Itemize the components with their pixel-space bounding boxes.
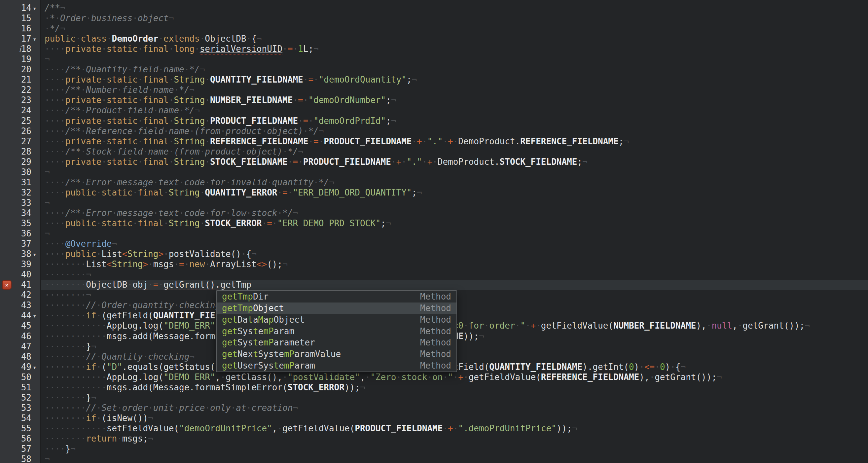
line-number[interactable]: 30: [21, 167, 31, 177]
code-line[interactable]: ········//·Set·order·unit·price·only·at·…: [0, 403, 868, 413]
code-line[interactable]: ····/**·Product·field·name·*/¬: [0, 105, 868, 116]
line-number[interactable]: 44: [21, 310, 31, 321]
code-area[interactable]: /**¬·*·Order·business·object¬·*/¬public·…: [0, 3, 868, 463]
code-line[interactable]: ¬: [0, 228, 868, 239]
code-line[interactable]: ········¬: [0, 270, 868, 280]
code-line[interactable]: ····/**·Stock·field·name·(from·product·o…: [0, 147, 868, 157]
line-number[interactable]: 20: [21, 64, 31, 74]
line-number[interactable]: 32: [21, 188, 31, 198]
code-line[interactable]: /**¬: [0, 3, 868, 13]
code-line[interactable]: public·class·DemoOrder·extends·ObjectDB·…: [0, 34, 868, 44]
code-line[interactable]: ····private·static·final·String·QUANTITY…: [0, 74, 868, 85]
line-number[interactable]: 54: [21, 413, 31, 423]
line-number[interactable]: 17: [21, 34, 31, 44]
code-line[interactable]: ····public·static·final·String·STOCK_ERR…: [0, 218, 868, 228]
line-number[interactable]: 29: [21, 157, 31, 167]
code-editor[interactable]: /**¬·*·Order·business·object¬·*/¬public·…: [0, 0, 868, 463]
code-line[interactable]: ····private·static·final·String·PRODUCT_…: [0, 116, 868, 126]
line-number[interactable]: 40: [21, 270, 31, 280]
code-line[interactable]: ·*·Order·business·object¬: [0, 13, 868, 24]
completion-item[interactable]: getTmpDirMethod: [217, 291, 457, 303]
code-line[interactable]: ····/**·Error·message·text·code·for·inva…: [0, 177, 868, 188]
line-number[interactable]: 19: [21, 54, 31, 64]
line-number[interactable]: 37: [21, 239, 31, 249]
code-line[interactable]: ····private·static·final·String·REFERENC…: [0, 136, 868, 147]
line-number[interactable]: 18: [21, 44, 31, 54]
autocomplete-popup[interactable]: getTmpDirMethodgetTmpObjectMethodgetData…: [216, 290, 457, 372]
code-line[interactable]: ····/**·Reference·field·name·(from·produ…: [0, 126, 868, 136]
completion-item[interactable]: getNextSystemParamValueMethod: [217, 348, 457, 360]
code-line[interactable]: ····private·static·final·String·NUMBER_F…: [0, 95, 868, 105]
line-number[interactable]: 15: [21, 13, 31, 24]
code-line[interactable]: ········ObjectDB·obj·=·getGrant().getTmp: [0, 280, 868, 290]
line-number[interactable]: 27: [21, 136, 31, 147]
line-number[interactable]: 25: [21, 116, 31, 126]
line-number[interactable]: 21: [21, 74, 31, 85]
code-line[interactable]: ¬: [0, 454, 868, 463]
completion-item[interactable]: getUserSystemParamMethod: [217, 360, 457, 372]
code-token: >: [158, 249, 163, 259]
code-line[interactable]: ····private·static·final·String·STOCK_FI…: [0, 157, 868, 167]
line-number[interactable]: 31: [21, 177, 31, 188]
fold-arrow-icon[interactable]: ▾: [33, 311, 36, 321]
line-number[interactable]: 35: [21, 218, 31, 228]
fold-arrow-icon[interactable]: ▾: [33, 3, 36, 13]
line-number[interactable]: 45: [21, 321, 31, 331]
code-line[interactable]: ········}¬: [0, 393, 868, 403]
line-number[interactable]: 42: [21, 290, 31, 300]
code-line[interactable]: ········List<String>·msgs·=·new·ArrayLis…: [0, 259, 868, 270]
code-line[interactable]: ·*/¬: [0, 24, 868, 34]
line-number[interactable]: 26: [21, 126, 31, 136]
line-number[interactable]: 57: [21, 444, 31, 454]
line-number[interactable]: 48: [21, 352, 31, 362]
line-number[interactable]: 33: [21, 198, 31, 208]
line-number[interactable]: 36: [21, 228, 31, 239]
line-number[interactable]: 58: [21, 454, 31, 463]
fold-arrow-icon[interactable]: ▾: [33, 249, 36, 259]
line-number[interactable]: 28: [21, 147, 31, 157]
line-number[interactable]: 52: [21, 393, 31, 403]
code-line[interactable]: ········return·msgs;¬: [0, 434, 868, 444]
fold-arrow-icon[interactable]: ▾: [33, 362, 36, 372]
completion-item[interactable]: getSystemParameterMethod: [217, 337, 457, 348]
completion-item[interactable]: getDataMapObjectMethod: [217, 314, 457, 326]
line-number[interactable]: 24: [21, 105, 31, 116]
gutter[interactable]: 14▾151617▾18i192021222324252627282930313…: [0, 0, 41, 463]
code-line[interactable]: ············setFieldValue("demoOrdUnitPr…: [0, 423, 868, 434]
line-number[interactable]: 51: [21, 382, 31, 393]
fold-arrow-icon[interactable]: ▾: [33, 34, 36, 44]
code-line[interactable]: ····private·static·final·long·serialVers…: [0, 44, 868, 54]
line-number[interactable]: 47: [21, 341, 31, 352]
line-number[interactable]: 22: [21, 85, 31, 95]
line-number[interactable]: 49: [21, 362, 31, 372]
code-line[interactable]: ········if·(isNew())¬: [0, 413, 868, 423]
error-marker-icon[interactable]: ✕: [2, 280, 11, 289]
line-number[interactable]: 53: [21, 403, 31, 413]
code-line[interactable]: ¬: [0, 54, 868, 64]
line-number[interactable]: 43: [21, 300, 31, 310]
line-number[interactable]: 50: [21, 372, 31, 382]
code-line[interactable]: ····}¬: [0, 444, 868, 454]
completion-item[interactable]: getTmpObjectMethod: [217, 303, 457, 314]
code-line[interactable]: ····public·List<String>·postValidate()·{…: [0, 249, 868, 259]
code-line[interactable]: ····@Override¬: [0, 239, 868, 249]
code-line[interactable]: ····/**·Error·message·text·code·for·low·…: [0, 208, 868, 218]
line-number[interactable]: 34: [21, 208, 31, 218]
line-number[interactable]: 14: [21, 3, 31, 13]
code-line[interactable]: ····public·static·final·String·QUANTITY_…: [0, 188, 868, 198]
line-number[interactable]: 23: [21, 95, 31, 105]
line-number[interactable]: 41: [21, 280, 31, 290]
line-number[interactable]: 55: [21, 423, 31, 434]
code-line[interactable]: ····/**·Number·field·name·*/¬: [0, 85, 868, 95]
completion-item[interactable]: getSystemParamMethod: [217, 326, 457, 337]
code-line[interactable]: ¬: [0, 167, 868, 177]
code-line[interactable]: ····/**·Quantity·field·name·*/¬: [0, 64, 868, 74]
code-line[interactable]: ············AppLog.log("DEMO_ERR",·getCl…: [0, 372, 868, 382]
code-line[interactable]: ············msgs.add(Message.formatSimpl…: [0, 382, 868, 393]
line-number[interactable]: 39: [21, 259, 31, 270]
line-number[interactable]: 16: [21, 24, 31, 34]
code-line[interactable]: ¬: [0, 198, 868, 208]
line-number[interactable]: 38: [21, 249, 31, 259]
line-number[interactable]: 56: [21, 434, 31, 444]
line-number[interactable]: 46: [21, 331, 31, 341]
